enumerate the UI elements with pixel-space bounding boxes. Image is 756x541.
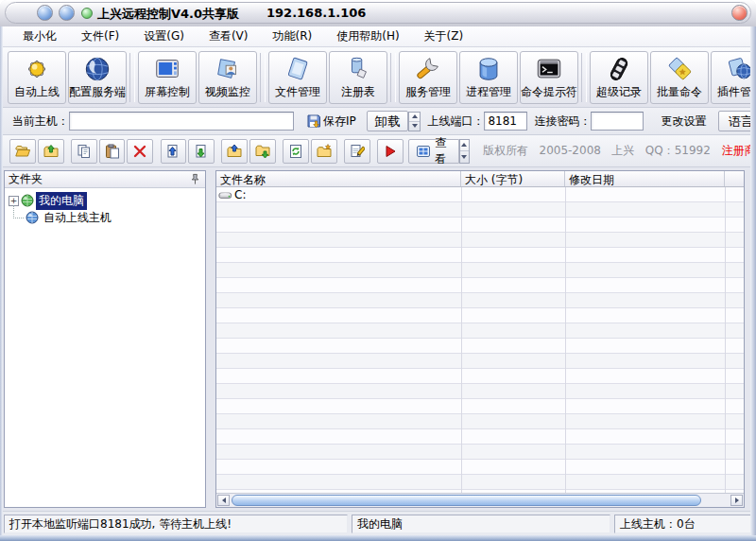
menu-about[interactable]: 关于(Z) [412, 26, 476, 47]
rename-button[interactable] [344, 139, 370, 164]
run-button[interactable] [377, 139, 404, 164]
window-button-2[interactable] [59, 5, 75, 21]
toolbar-auto-online[interactable]: 自动上线 [8, 51, 66, 104]
folder-up-icon [43, 144, 59, 159]
column-line [725, 187, 726, 493]
menu-functions[interactable]: 功能(R) [261, 26, 325, 47]
menu-settings[interactable]: 设置(G) [131, 26, 197, 47]
document-icon [284, 55, 312, 83]
main-area: 文件夹 + 我的电脑 自动上线主机 文件名称 [0, 167, 756, 511]
file-list-rows[interactable]: C: [216, 187, 744, 493]
spinner-up-icon [461, 143, 467, 147]
file-row-c-drive[interactable]: C: [216, 187, 246, 202]
copyright-text: 版权所有 2005-2008 上兴 QQ：51992 [483, 143, 711, 159]
toolbar-screen-control[interactable]: 屏幕控制 [138, 51, 197, 104]
file-list-header: 文件名称 大小 (字节) 修改日期 [216, 171, 744, 187]
titlebar: 上兴远程控制V4.0共享版 192.168.1.106 [0, 0, 756, 26]
current-host-input[interactable] [69, 112, 294, 131]
tree-item-my-computer[interactable]: + 我的电脑 [5, 192, 205, 209]
main-toolbar: 自动上线 配置服务端 屏幕控制 [3, 47, 756, 108]
tree-item-auto-online-hosts[interactable]: 自动上线主机 [5, 209, 205, 226]
database-icon [474, 55, 503, 83]
menu-view[interactable]: 查看(V) [197, 26, 261, 47]
uninstall-spinner[interactable] [408, 112, 421, 131]
gear-icon [23, 55, 51, 83]
registry-icon [344, 55, 372, 83]
tree-item-label: 自动上线主机 [41, 209, 114, 227]
refresh-icon [288, 144, 303, 159]
toolbar-separator [581, 53, 587, 102]
folder-open-icon [15, 144, 30, 159]
app-status-orb-icon [81, 8, 93, 19]
toolbar-process-manager[interactable]: 进程管理 [459, 51, 518, 104]
titlebar-host-ip: 192.168.1.106 [266, 6, 366, 20]
column-header-size[interactable]: 大小 (字节) [461, 171, 565, 186]
folder-tree: + 我的电脑 自动上线主机 [5, 188, 205, 226]
folder-up-button[interactable] [38, 139, 64, 164]
spinner-down-icon [412, 124, 418, 128]
password-label: 连接密码： [534, 113, 591, 130]
download-file-button[interactable] [188, 139, 215, 164]
scrollbar-thumb[interactable] [232, 495, 701, 506]
column-header-filler [725, 171, 744, 186]
port-input[interactable] [484, 112, 527, 131]
blue-globe-icon [26, 211, 39, 224]
pin-icon[interactable] [189, 173, 201, 185]
floppy-icon [306, 113, 321, 129]
toolbar-separator [260, 53, 266, 102]
file-toolbar: 查看 版权所有 2005-2008 上兴 QQ：51992 注册商 [3, 135, 756, 167]
open-folder-button[interactable] [9, 139, 36, 164]
toolbar-file-manager[interactable]: 文件管理 [268, 51, 327, 104]
horizontal-scrollbar[interactable] [216, 493, 744, 507]
column-header-filename[interactable]: 文件名称 [216, 171, 461, 186]
refresh-button[interactable] [283, 139, 309, 164]
status-bar: 打开本地监听端口8181成功, 等待主机上线! 我的电脑 上线主机：0台 [0, 511, 756, 535]
upload-folder-button[interactable] [221, 139, 248, 164]
toolbar-video-monitor[interactable]: 视频监控 [198, 51, 257, 104]
view-control: 查看 [408, 139, 470, 164]
password-input[interactable] [591, 112, 644, 131]
toolbar-registry[interactable]: 注册表 [329, 51, 387, 104]
view-button[interactable]: 查看 [408, 139, 459, 164]
copy-button[interactable] [71, 139, 97, 164]
folder-panel-header: 文件夹 [5, 171, 205, 188]
new-folder-button[interactable] [311, 139, 337, 164]
save-ip-button[interactable]: 保存IP [303, 112, 359, 131]
tree-expander-icon[interactable]: + [9, 196, 19, 206]
uninstall-button[interactable]: 卸载 [367, 111, 409, 131]
menu-minimize[interactable]: 最小化 [10, 26, 69, 47]
close-button[interactable] [731, 5, 747, 21]
camera-icon [214, 55, 242, 83]
host-bar: 当前主机： 保存IP 卸载 上线端口： 连接密码： 更改设置 语言 [3, 108, 756, 135]
toolbar-service-manager[interactable]: 服务管理 [399, 51, 457, 104]
menu-file[interactable]: 文件(F) [69, 26, 131, 47]
current-host-label: 当前主机： [12, 113, 69, 130]
file-upload-icon [165, 144, 180, 159]
toolbar-separator [129, 53, 135, 102]
upload-file-button[interactable] [161, 139, 187, 164]
grid-view-icon [416, 144, 431, 159]
view-spinner[interactable] [459, 139, 470, 164]
delete-button[interactable] [127, 139, 153, 164]
toolbar-configure-server[interactable]: 配置服务端 [68, 51, 127, 104]
toolbar-command-prompt[interactable]: 命令提示符 [520, 51, 578, 104]
toolbar-super-record[interactable]: 超级记录 [590, 51, 648, 104]
wrench-icon [414, 55, 442, 83]
window-title: 上兴远程控制V4.0共享版 [97, 6, 239, 23]
download-folder-button[interactable] [249, 139, 276, 164]
paste-button[interactable] [99, 139, 126, 164]
scroll-left-arrow[interactable] [217, 495, 230, 506]
window-button-1[interactable] [37, 5, 53, 21]
toolbar-batch-command[interactable]: 批量命令 [650, 51, 709, 104]
delete-x-icon [132, 144, 147, 159]
run-play-icon [383, 144, 398, 159]
console-icon [535, 55, 563, 83]
hard-disk-icon [218, 188, 232, 202]
toolbar-plugin-manager[interactable]: 插件管理 [711, 51, 756, 104]
triangle-right-icon [735, 497, 739, 503]
menu-help[interactable]: 使用帮助(H) [324, 26, 411, 47]
column-header-date[interactable]: 修改日期 [565, 171, 725, 186]
scroll-right-arrow[interactable] [730, 495, 743, 506]
window-frame-bottom [0, 535, 756, 541]
change-settings-button[interactable]: 更改设置 [661, 113, 706, 130]
